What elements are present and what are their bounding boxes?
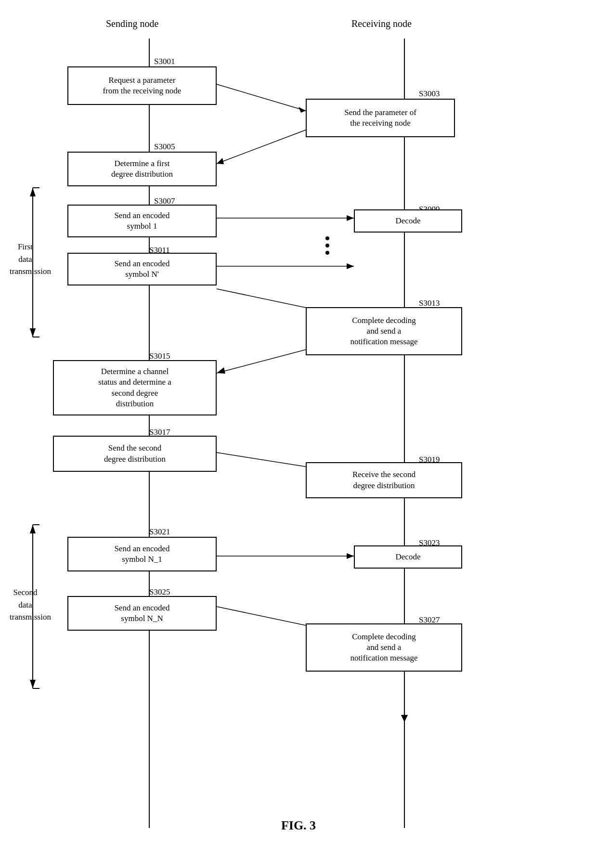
box-s3021: Send an encodedsymbol N_1 xyxy=(67,537,217,571)
diagram-container: Sending node Receiving node S3001 Reques… xyxy=(0,0,597,868)
svg-marker-21 xyxy=(401,715,408,722)
svg-marker-17 xyxy=(347,553,354,559)
svg-marker-25 xyxy=(30,188,36,196)
box-s3001: Request a parameterfrom the receiving no… xyxy=(67,66,217,105)
receiving-node-label: Receiving node xyxy=(351,18,412,29)
box-s3027: Complete decodingand send anotification … xyxy=(306,623,462,672)
svg-marker-9 xyxy=(347,263,354,269)
svg-point-33 xyxy=(325,244,329,247)
svg-marker-7 xyxy=(347,215,354,221)
step-s3013-label: S3013 xyxy=(419,298,440,308)
step-s3025-label: S3025 xyxy=(149,587,170,597)
svg-marker-3 xyxy=(298,107,306,113)
svg-marker-13 xyxy=(217,367,225,374)
box-s3003: Send the parameter ofthe receiving node xyxy=(306,99,455,137)
first-transmission-label: Firstdatatransmission xyxy=(10,241,41,278)
second-transmission-label: Seconddatatransmission xyxy=(10,586,41,623)
step-s3015-label: S3015 xyxy=(149,351,170,361)
box-s3019: Receive the seconddegree distribution xyxy=(306,462,462,498)
box-s3017: Send the seconddegree distribution xyxy=(53,436,217,472)
figure-label: FIG. 3 xyxy=(221,818,376,833)
box-s3015: Determine a channelstatus and determine … xyxy=(53,360,217,415)
box-s3009: Decode xyxy=(354,209,462,233)
svg-marker-31 xyxy=(30,680,36,688)
box-s3025: Send an encodedsymbol N_N xyxy=(67,596,217,631)
box-s3013: Complete decodingand send anotification … xyxy=(306,307,462,355)
svg-line-4 xyxy=(217,130,306,164)
svg-point-34 xyxy=(325,251,329,255)
box-s3011: Send an encodedsymbol N' xyxy=(67,253,217,285)
svg-line-2 xyxy=(217,84,306,111)
box-s3005: Determine a firstdegree distribution xyxy=(67,152,217,186)
box-s3007: Send an encodedsymbol 1 xyxy=(67,205,217,237)
step-s3003-label: S3003 xyxy=(419,89,440,99)
step-s3001-label: S3001 xyxy=(154,57,175,66)
svg-marker-26 xyxy=(30,328,36,337)
box-s3023: Decode xyxy=(354,545,462,569)
svg-point-32 xyxy=(325,236,329,240)
svg-marker-5 xyxy=(217,158,224,164)
sending-node-label: Sending node xyxy=(106,18,158,29)
diagram-lines xyxy=(0,0,597,868)
step-s3021-label: S3021 xyxy=(149,527,170,537)
svg-marker-30 xyxy=(30,525,36,533)
step-s3005-label: S3005 xyxy=(154,142,175,152)
